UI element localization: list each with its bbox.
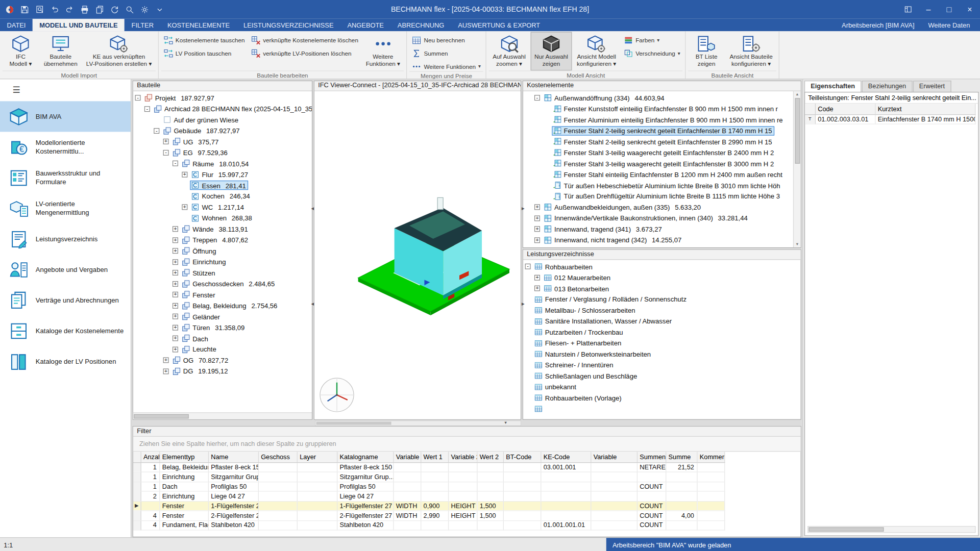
menu-tab-modell-und-bauteile[interactable]: MODELL UND BAUTEILE — [33, 19, 125, 31]
tree-item-fenster-stahl-3-teilig-waagerecht-geteilt-einfachfenster-b-3000-mm-h-2[interactable]: Fenster Stahl 3-teilig waagerecht geteil… — [523, 158, 793, 169]
tree-item-essen[interactable]: Essen281,41 — [133, 180, 312, 191]
tree-item-leuchte[interactable]: +Leuchte — [133, 344, 312, 355]
tree-item-unbekannt[interactable]: unbekannt — [523, 382, 801, 392]
kostenelemente-tauschen-button[interactable]: Kostenelemente tauschen — [161, 36, 248, 45]
column-header-komment[interactable]: Komment — [697, 452, 724, 462]
tree-item-w-nde[interactable]: +Wände38.113,91 — [133, 223, 312, 234]
tab-beziehungen[interactable]: Beziehungen — [862, 81, 913, 92]
sidebar-item-kataloge-der-lv-positionen[interactable]: Kataloge der LV Positionen — [0, 346, 131, 377]
column-header-geschoss[interactable]: Geschoss — [258, 452, 297, 462]
ifc-modell-button[interactable]: IFCModell ▾ — [3, 32, 39, 70]
expand-icon[interactable]: + — [163, 139, 169, 144]
tree-item-wohnen[interactable]: Wohnen268,38 — [133, 213, 312, 223]
tree-item-auf-der-gr-nen-wiese[interactable]: Auf der grünen Wiese — [133, 114, 312, 125]
tree-item-fenster[interactable]: +Fenster — [133, 289, 312, 300]
layout-button[interactable] — [897, 0, 918, 19]
column-header-variable[interactable]: Variable — [591, 452, 637, 462]
collapse-icon[interactable]: - — [173, 161, 178, 166]
column-header-bt-code[interactable]: BT-Code — [503, 452, 541, 462]
tree-item-t-r-au-en-hebeschiebet-r-aluminium-lichte-breite-b-3010-mm-lichte-h-h[interactable]: Tür außen Hebeschiebetür Aluminium licht… — [523, 180, 793, 191]
chevron-down-button[interactable] — [153, 3, 166, 16]
table-row[interactable]: 4Fenster2-Flügelfenster 272-Flügelfenste… — [133, 511, 724, 520]
tree-item-geschossdecken[interactable]: +Geschossdecken2.484,65 — [133, 279, 312, 289]
expand-icon[interactable]: + — [173, 270, 178, 276]
tree-item-au-enwandbekleidungen-au-en-335[interactable]: +Außenwandbekleidungen, außen (335)5.633… — [523, 202, 793, 213]
kostenelemente-scrollbar[interactable]: ▲ ▼ — [793, 91, 801, 247]
viewer-3d-canvas[interactable] — [314, 91, 521, 419]
maximize-button[interactable]: □ — [939, 0, 959, 19]
expand-icon[interactable]: + — [173, 259, 178, 265]
tab-eigenschaften[interactable]: Eigenschaften — [804, 81, 861, 92]
column-header-ke-code[interactable]: KE-Code — [541, 452, 591, 462]
search-button[interactable] — [123, 3, 136, 16]
expand-icon[interactable]: + — [173, 336, 178, 341]
expand-icon[interactable]: + — [163, 358, 169, 363]
nur-auswahl-zeigen-button[interactable]: Nur Auswahlzeigen — [531, 32, 572, 70]
tree-item-ug[interactable]: +UG375,77 — [133, 136, 312, 147]
menu-tab-angebote[interactable]: ANGEBOTE — [340, 19, 390, 31]
tree-item-eg[interactable]: -EG97.529,36 — [133, 147, 312, 158]
column-header-wert-2[interactable]: Wert 2 — [477, 452, 503, 462]
tree-item-schlie-anlagen-und-beschl-ge[interactable]: Schließanlagen und Beschläge — [523, 370, 801, 381]
redo-button[interactable] — [63, 3, 77, 16]
tab-erweitert[interactable]: Erweitert — [913, 81, 951, 92]
summen-button[interactable]: Summen — [409, 49, 483, 58]
tree-item-rohbauarbeiten[interactable]: -Rohbauarbeiten — [523, 261, 801, 272]
bauteile-bernehmen-button[interactable]: Bauteileübernehmen — [40, 32, 81, 70]
expand-icon[interactable]: + — [163, 368, 169, 374]
lv-position-tauschen-button[interactable]: LV Position tauschen — [161, 49, 248, 58]
expand-icon[interactable]: + — [182, 205, 187, 210]
tree-item-putzarbeiten-trockenbau[interactable]: Putzarbeiten / Trockenbau — [523, 327, 801, 337]
menu-tab-datei[interactable]: DATEI — [0, 19, 33, 31]
tree-item-metallbau-schlosserarbeiten[interactable]: Metallbau- / Schlosserarbeiten — [523, 305, 801, 316]
menu-tab-auswertung-export[interactable]: AUSWERTUNG & EXPORT — [451, 19, 547, 31]
settings-button[interactable] — [138, 3, 152, 16]
tree-item-dg[interactable]: +DG19.195,12 — [133, 366, 312, 377]
tree-item-projekt[interactable]: -Projekt187.927,97 — [133, 92, 312, 103]
collapse-icon[interactable]: - — [163, 150, 169, 156]
scrollbar-thumb[interactable] — [795, 98, 800, 164]
properties-horizontal-scrollbar[interactable] — [807, 526, 975, 533]
bt-liste-zeigen-button[interactable]: BT Listezeigen — [689, 32, 725, 70]
column-header-layer[interactable]: Layer — [297, 452, 337, 462]
tree-item-013-betonarbeiten[interactable]: +013 Betonarbeiten — [523, 283, 801, 294]
tree-item-t-ren[interactable]: +Türen31.358,09 — [133, 322, 312, 333]
tree-item-innenwand-nicht-tragend-342[interactable]: +Innenwand, nicht tragend (342)14.255,07 — [523, 235, 793, 245]
menubar-item-arbeitsbereich-bim-ava[interactable]: Arbeitsbereich [BIM AVA] — [842, 21, 914, 29]
expand-icon[interactable]: + — [173, 248, 178, 254]
ansicht-bauteile-konfigurieren-button[interactable]: Ansicht Bauteilekonfigurieren ▾ — [726, 32, 776, 70]
print-button[interactable] — [78, 3, 91, 16]
tree-item-og[interactable]: +OG70.827,72 — [133, 355, 312, 366]
verkn-pfte-lv-positionen-l-schen-button[interactable]: verknüpfte LV-Positionen löschen — [249, 49, 361, 58]
expand-icon[interactable]: + — [534, 227, 540, 232]
menu-tab-kostenelemente[interactable]: KOSTENELEMENTE — [160, 19, 236, 31]
tree-item-flur[interactable]: +Flur15.997,27 — [133, 169, 312, 180]
tree-item-kochen[interactable]: Kochen246,34 — [133, 191, 312, 202]
weitere-funktionen-button[interactable]: Weitere Funktionen▾ — [409, 62, 483, 71]
column-header-katalogname[interactable]: Katalogname — [337, 452, 393, 462]
tree-item-ffnung[interactable]: +Öffnung — [133, 245, 312, 256]
table-row[interactable]: 1EinrichtungSitzgarnitur Grup...Sitzgarn… — [133, 472, 724, 482]
tree-item-st-tzen[interactable]: +Stützen — [133, 267, 312, 278]
splitter-collapse-right-icon[interactable]: ▶ — [521, 298, 526, 308]
expand-icon[interactable]: + — [173, 227, 178, 232]
undo-button[interactable] — [48, 3, 61, 16]
table-row[interactable]: 1DachProfilglas 50Profilglas 50COUNT — [133, 482, 724, 491]
viewer-horizontal-scrollbar[interactable]: ▼ — [315, 420, 521, 425]
tree-item-t-r-au-en-drehfl-gelt-r-aluminium-lichte-breite-b-1115-mm-lichte-h-he-3[interactable]: Tür außen Drehflügeltür Aluminium lichte… — [523, 191, 793, 202]
menu-tab-abrechnung[interactable]: ABRECHNUNG — [390, 19, 451, 31]
collapse-icon[interactable]: - — [135, 95, 140, 101]
tree-item-gel-nder[interactable]: +Geländer — [133, 311, 312, 322]
tree-item-fenster-stahl-2-teilig-senkrecht-geteilt-einfachfenster-b-2990-mm-h-15[interactable]: Fenster Stahl 2-teilig senkrecht geteilt… — [523, 136, 793, 147]
table-row[interactable]: ▶Fenster1-Flügelfenster 271-Flügelfenste… — [133, 501, 724, 511]
save-button[interactable] — [18, 3, 32, 16]
tree-item-fenster-aluminium-einteilig-einfachfenster-b-900-mm-h-1500-mm-innen-re[interactable]: Fenster Aluminium einteilig Einfachfenst… — [523, 114, 793, 125]
sidebar-item-bauwerksstruktur-und-formulare[interactable]: Bauwerksstruktur und Formulare — [0, 162, 131, 193]
expand-icon[interactable]: + — [534, 237, 540, 243]
minimize-button[interactable]: – — [918, 0, 939, 19]
expand-icon[interactable]: + — [534, 215, 540, 221]
expand-icon[interactable]: + — [534, 286, 540, 291]
expand-icon[interactable]: + — [173, 292, 178, 297]
expand-icon[interactable]: + — [173, 324, 178, 330]
tree-item-sanit-re-installationen-wasser-abwasser[interactable]: Sanitäre Installationen, Wasser / Abwass… — [523, 316, 801, 327]
